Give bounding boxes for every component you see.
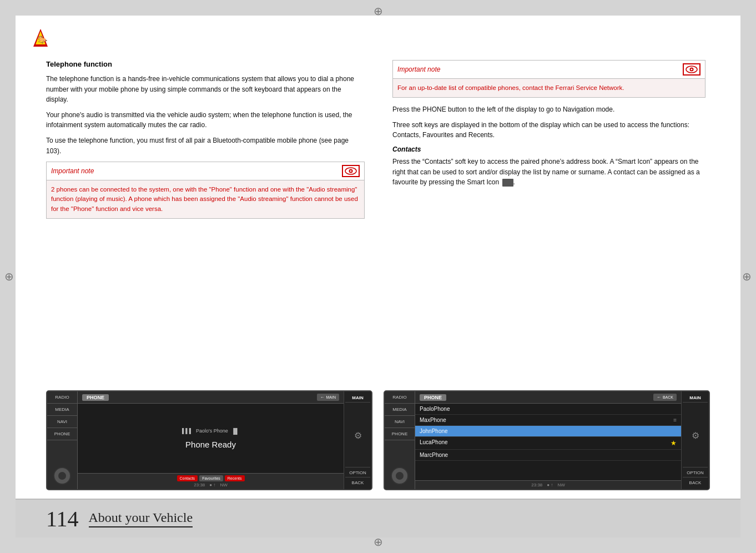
right-para-1: Press the PHONE button to the left of th… <box>392 104 705 115</box>
svg-text:🐎: 🐎 <box>38 35 48 44</box>
screen-left-status: Phone Ready <box>185 440 236 449</box>
crosshair-left-icon: ⊕ <box>4 270 14 283</box>
screen-right-right-back[interactable]: BACK <box>683 479 708 487</box>
important-note-right-text: For an up-to-date list of compatible pho… <box>397 83 700 93</box>
left-column: Telephone function The telephone functio… <box>46 60 365 371</box>
page-footer: 114 About your Vehicle <box>16 499 740 537</box>
contact-item-4[interactable]: LucaPhone ★ <box>415 437 681 450</box>
section-title: Telephone function <box>46 60 365 68</box>
screen-left-time: 23:38 <box>194 482 205 487</box>
screen-left-status-nw: NW <box>220 482 227 487</box>
screen-right-right-option[interactable]: OPTION <box>683 469 708 477</box>
smart-icon <box>502 179 513 187</box>
screen-right-wrapper: RADIO MEDIA NAVI PHONE PHONE <box>384 385 710 490</box>
left-para-3: To use the telephone function, you must … <box>46 135 365 156</box>
screen-left-nav-phone: PHONE <box>47 428 77 440</box>
screen-left-softkey-contacts[interactable]: Contacts <box>177 475 198 481</box>
screen-right-status-nw: NW <box>557 482 565 487</box>
screen-right-time: 23:38 <box>531 482 542 487</box>
screen-left-softkey-recents[interactable]: Recents <box>225 475 245 481</box>
screen-right-nav-radio: RADIO <box>385 391 415 404</box>
screen-right-nav-phone: PHONE <box>385 428 415 440</box>
screen-left-right-back[interactable]: BACK <box>345 479 370 487</box>
crosshair-right-icon: ⊕ <box>742 270 752 283</box>
screen-left-right-icon: ⚙ <box>345 404 370 467</box>
screen-left-knob <box>53 467 71 485</box>
screen-left-nav-media: MEDIA <box>47 404 77 416</box>
important-note-left-text: 2 phones can be connected to the system,… <box>51 185 360 214</box>
footer-title: About your Vehicle <box>89 510 193 527</box>
screen-right-right-main[interactable]: MAIN <box>683 394 708 403</box>
screen-right-back-btn[interactable]: ← BACK <box>653 394 677 401</box>
contacts-heading: Contacts <box>392 145 705 153</box>
contact-item-2[interactable]: MaxPhone ≡ <box>415 415 681 426</box>
screen-right-nav-navi: NAVI <box>385 416 415 428</box>
screens-row: RADIO MEDIA NAVI PHONE PHONE <box>46 385 710 490</box>
screen-left-right-option[interactable]: OPTION <box>345 469 370 477</box>
screen-left-phone-info: ▌▌▌ Paolo's Phone ▐▌ <box>182 428 239 434</box>
page-number: 114 <box>46 506 79 532</box>
left-para-1: The telephone function is a hands-free i… <box>46 74 365 105</box>
important-note-right-label: Important note <box>397 66 440 73</box>
svg-point-5 <box>350 170 352 172</box>
left-para-2: Your phone's audio is transmitted via th… <box>46 110 365 130</box>
screen-right-knob <box>391 467 409 485</box>
important-note-right-icon <box>683 63 700 76</box>
screen-left-back-btn[interactable]: ← MAIN <box>317 394 340 401</box>
contacts-list: PaoloPhone MaxPhone ≡ JohnPhone LucaPhon… <box>415 404 681 480</box>
screen-right-nav-media: MEDIA <box>385 404 415 416</box>
contact-item-5[interactable]: MarcPhone <box>415 450 681 461</box>
important-note-left-label: Important note <box>51 167 94 175</box>
screen-right-right-icon: ⚙ <box>683 404 708 467</box>
important-note-left-icon <box>342 165 360 177</box>
contact-item-3[interactable]: JohnPhone <box>415 426 681 437</box>
right-para-2: Three soft keys are displayed in the bot… <box>392 120 705 140</box>
screen-right-title: PHONE <box>420 394 446 401</box>
screen-left-nav-navi: NAVI <box>47 416 77 428</box>
screen-left-nav-radio: RADIO <box>47 391 77 404</box>
screen-left-right-main[interactable]: MAIN <box>345 394 370 403</box>
important-note-right: Important note For an up-to-date list of… <box>392 60 705 98</box>
important-note-left: Important note 2 phones can be connected… <box>46 162 365 219</box>
svg-point-8 <box>691 69 693 71</box>
screen-left-wrapper: RADIO MEDIA NAVI PHONE PHONE <box>46 385 372 490</box>
contact-item-1[interactable]: PaoloPhone <box>415 404 681 415</box>
contacts-text: Press the “Contacts” soft key to access … <box>392 157 705 188</box>
ferrari-logo: 🐎 <box>32 28 49 50</box>
screen-left-softkey-favourites[interactable]: Favourites <box>199 475 223 481</box>
screen-left-title: PHONE <box>82 394 109 401</box>
right-column: Important note For an up-to-date list of… <box>387 60 705 371</box>
